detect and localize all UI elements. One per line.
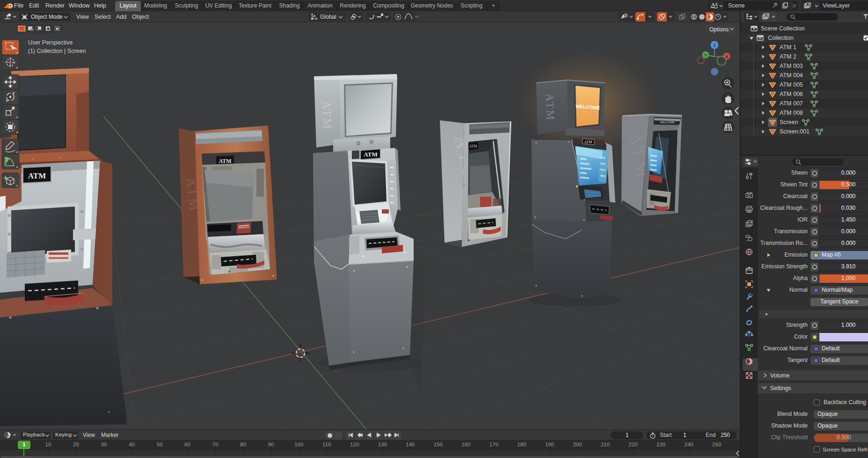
- svg-text:WELCOME: WELCOME: [660, 121, 674, 124]
- svg-text:ATM: ATM: [28, 171, 46, 180]
- svg-text:Y: Y: [704, 53, 707, 58]
- svg-text:Z: Z: [713, 43, 716, 48]
- svg-text:(1) Collection | Screen: (1) Collection | Screen: [28, 48, 86, 54]
- svg-text:ATM: ATM: [543, 93, 557, 122]
- svg-text:Options: Options: [709, 26, 729, 33]
- svg-text:ATM: ATM: [364, 151, 377, 158]
- svg-text:ATM: ATM: [319, 100, 334, 131]
- svg-text:User Perspective: User Perspective: [28, 39, 73, 46]
- svg-text:ATM: ATM: [219, 158, 231, 164]
- svg-text:ATM: ATM: [469, 144, 477, 148]
- svg-text:ATM: ATM: [584, 140, 592, 144]
